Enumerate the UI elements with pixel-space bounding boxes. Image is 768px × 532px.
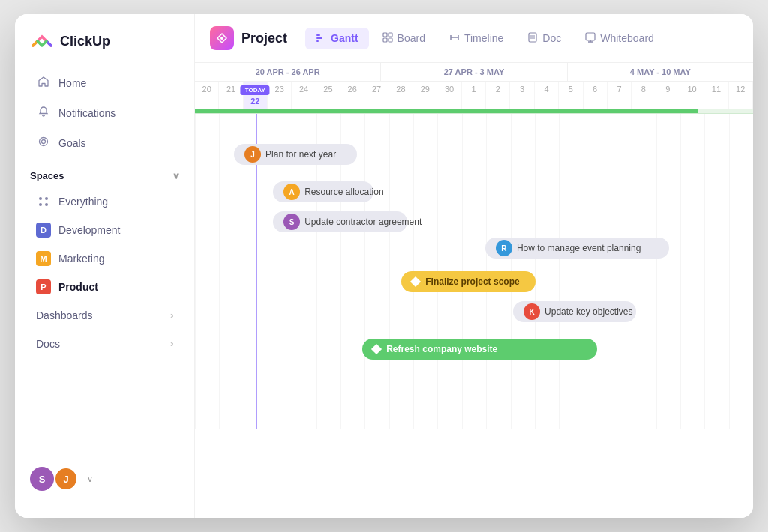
grid-line-16 xyxy=(584,114,584,429)
svg-point-6 xyxy=(220,37,224,40)
user-menu-chevron-icon[interactable]: ∨ xyxy=(87,474,93,484)
task-bar-finalize: Finalize project scope xyxy=(401,271,536,292)
task-label: Refresh company website xyxy=(386,344,497,354)
grid-line-8 xyxy=(389,114,390,429)
everything-label: Everything xyxy=(58,196,108,208)
day-cell-23: 23 xyxy=(268,82,292,109)
tab-whiteboard[interactable]: Whiteboard xyxy=(574,28,664,49)
sidebar-item-home[interactable]: Home xyxy=(21,69,188,97)
grid-line-0 xyxy=(195,114,196,429)
day-cell-10: 10 xyxy=(680,82,704,109)
svg-point-5 xyxy=(45,203,48,206)
tab-doc-label: Doc xyxy=(542,32,561,44)
notifications-label: Notifications xyxy=(58,107,116,119)
sidebar-item-marketing[interactable]: M Marketing xyxy=(21,245,188,272)
svg-rect-17 xyxy=(529,33,536,42)
dashboards-label: Dashboards xyxy=(36,309,93,321)
task-label: Update key objectives xyxy=(544,306,632,317)
spaces-header: Spaces ∨ xyxy=(15,158,194,187)
task-row-finalize[interactable]: Finalize project scope xyxy=(401,271,536,292)
sidebar-item-everything[interactable]: Everything xyxy=(21,188,188,215)
spaces-label: Spaces xyxy=(30,170,64,181)
tab-doc[interactable]: Doc xyxy=(517,28,572,49)
task-avatar: R xyxy=(496,240,512,256)
day-cell-3: 3 xyxy=(510,82,534,109)
grid-line-17 xyxy=(608,114,608,429)
sidebar-item-development[interactable]: D Development xyxy=(21,217,188,244)
task-avatar: S xyxy=(284,214,300,230)
whiteboard-icon xyxy=(585,32,596,45)
top-bar: Project Gantt Board xyxy=(195,14,753,63)
sidebar-item-dashboards[interactable]: Dashboards › xyxy=(21,302,188,329)
svg-rect-10 xyxy=(383,33,387,37)
product-label: Product xyxy=(58,281,98,293)
project-title: Project xyxy=(242,31,287,46)
tab-board-label: Board xyxy=(398,32,425,44)
day-cell-6: 6 xyxy=(584,82,608,109)
svg-point-1 xyxy=(42,140,46,144)
diamond-icon xyxy=(410,276,421,287)
day-labels-row: 2021TODAY2223242526272829301234567891011… xyxy=(195,82,753,109)
gantt-area: 20 APR - 26 APR 27 APR - 3 MAY 4 MAY - 1… xyxy=(195,63,753,518)
day-cell-5: 5 xyxy=(559,82,583,109)
day-cell-30: 30 xyxy=(437,82,461,109)
sidebar-item-goals[interactable]: Goals xyxy=(21,129,188,157)
grid-line-1 xyxy=(219,114,220,429)
user-avatar-j[interactable]: J xyxy=(54,467,78,491)
grid-line-21 xyxy=(704,114,705,429)
bell-icon xyxy=(36,106,51,121)
day-cell-1: 1 xyxy=(462,82,486,109)
tab-whiteboard-label: Whiteboard xyxy=(600,32,654,44)
day-cell-27: 27 xyxy=(364,82,388,109)
svg-point-3 xyxy=(45,197,48,200)
grid-line-7 xyxy=(364,114,365,429)
gantt-body[interactable]: JPlan for next yearAResource allocationS… xyxy=(195,114,753,518)
day-cell-11: 11 xyxy=(704,82,728,109)
svg-rect-7 xyxy=(316,34,320,36)
task-row-resource[interactable]: AResource allocation xyxy=(273,181,374,202)
app-name: ClickUp xyxy=(60,34,110,49)
task-row-contractor[interactable]: SUpdate contractor agreement xyxy=(273,211,407,232)
task-bar-resource: AResource allocation xyxy=(273,181,374,202)
day-cell-26: 26 xyxy=(340,82,364,109)
user-avatar-s[interactable]: S xyxy=(30,467,54,491)
grid-line-20 xyxy=(680,114,681,429)
app-container: ClickUp Home Notifications Goals Spaces … xyxy=(15,14,753,518)
day-cell-28: 28 xyxy=(389,82,413,109)
task-row-event[interactable]: RHow to manage event planning xyxy=(485,238,670,259)
task-row-refresh[interactable]: Refresh company website xyxy=(362,339,596,360)
day-cell-9: 9 xyxy=(656,82,680,109)
tab-board[interactable]: Board xyxy=(372,28,436,49)
svg-rect-20 xyxy=(586,33,595,40)
day-cell-4: 4 xyxy=(535,82,559,109)
home-icon xyxy=(36,76,51,91)
spaces-chevron-icon[interactable]: ∨ xyxy=(172,171,179,181)
day-cell-24: 24 xyxy=(292,82,316,109)
progress-fill xyxy=(195,109,753,113)
task-label: How to manage event planning xyxy=(517,243,640,253)
day-cell-20: 20 xyxy=(195,82,219,109)
day-cell-21: 21 xyxy=(219,82,243,109)
tab-timeline[interactable]: Timeline xyxy=(439,28,514,49)
task-bar-plan: JPlan for next year xyxy=(234,144,357,165)
sidebar-item-docs[interactable]: Docs › xyxy=(21,330,188,357)
today-badge: TODAY xyxy=(241,85,270,95)
task-row-objectives[interactable]: KUpdate key objectives xyxy=(513,301,636,322)
svg-point-2 xyxy=(39,197,42,200)
svg-rect-13 xyxy=(388,38,392,42)
day-cell-8: 8 xyxy=(632,82,656,109)
goals-icon xyxy=(36,136,51,151)
development-label: Development xyxy=(58,224,121,236)
day-cell-25: 25 xyxy=(316,82,340,109)
docs-chevron-icon: › xyxy=(170,339,173,349)
development-badge: D xyxy=(36,223,51,238)
day-cell-7: 7 xyxy=(608,82,632,109)
tab-gantt[interactable]: Gantt xyxy=(305,28,369,49)
svg-rect-9 xyxy=(316,40,319,42)
sidebar-item-product[interactable]: P Product xyxy=(21,273,188,300)
timeline-icon xyxy=(449,32,460,45)
task-bar-event: RHow to manage event planning xyxy=(485,238,670,259)
task-row-plan[interactable]: JPlan for next year xyxy=(234,144,357,165)
sidebar: ClickUp Home Notifications Goals Spaces … xyxy=(15,14,195,518)
sidebar-item-notifications[interactable]: Notifications xyxy=(21,99,188,127)
